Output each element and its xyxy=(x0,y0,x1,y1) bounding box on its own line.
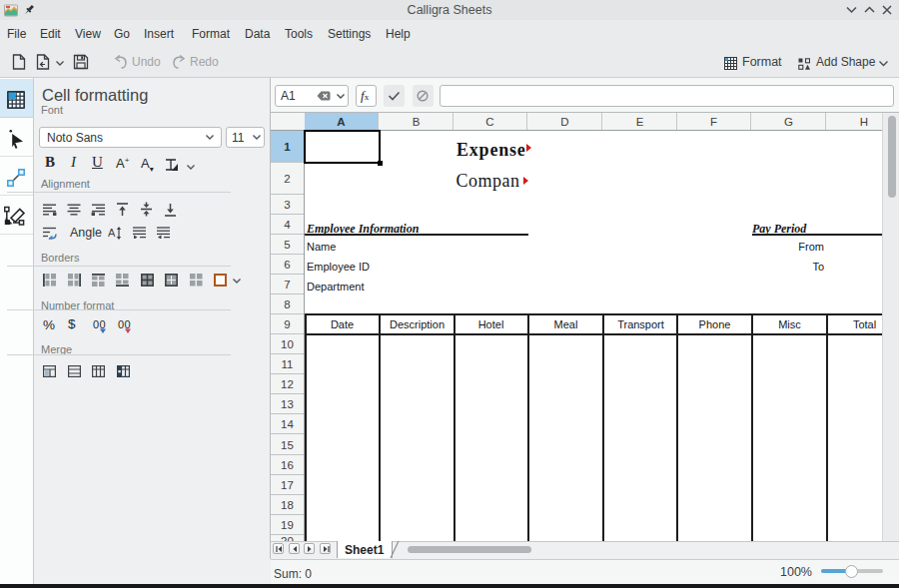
svg-text:A: A xyxy=(108,227,116,239)
